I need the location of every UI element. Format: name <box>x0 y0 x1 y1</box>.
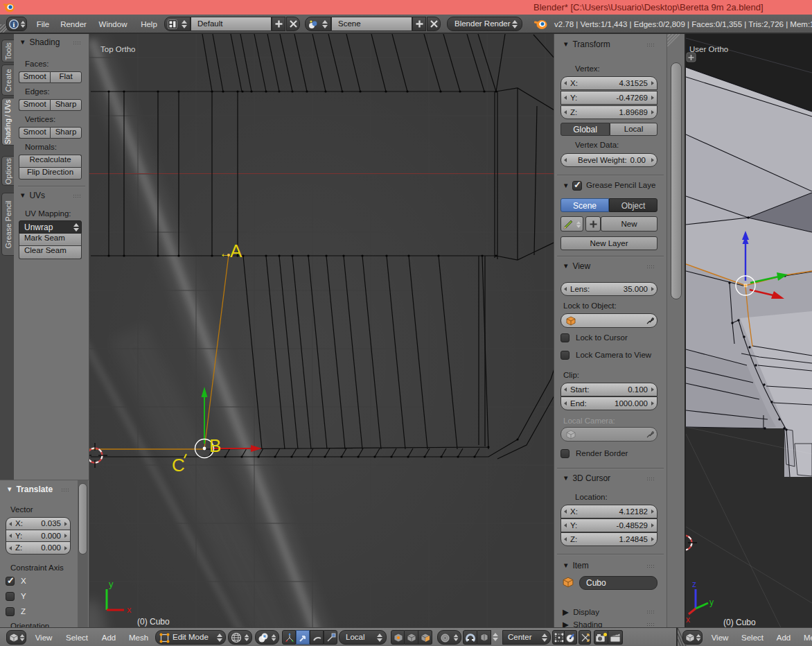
svg-text:←: ← <box>220 247 231 260</box>
svg-text:C: C <box>172 455 185 475</box>
svg-text:i: i <box>13 21 15 28</box>
svg-text:x: x <box>127 604 132 615</box>
svg-text:A: A <box>230 241 242 261</box>
svg-text:User Ortho: User Ortho <box>689 45 728 53</box>
svg-text:y: y <box>709 597 714 607</box>
svg-text:B: B <box>209 435 221 456</box>
svg-text:Top Ortho: Top Ortho <box>100 45 136 53</box>
svg-text:z: z <box>692 579 696 589</box>
svg-text:y: y <box>109 579 114 589</box>
svg-text:x: x <box>686 615 690 625</box>
svg-text:(0) Cubo: (0) Cubo <box>137 617 170 627</box>
svg-text:(0) Cubo: (0) Cubo <box>723 618 756 627</box>
